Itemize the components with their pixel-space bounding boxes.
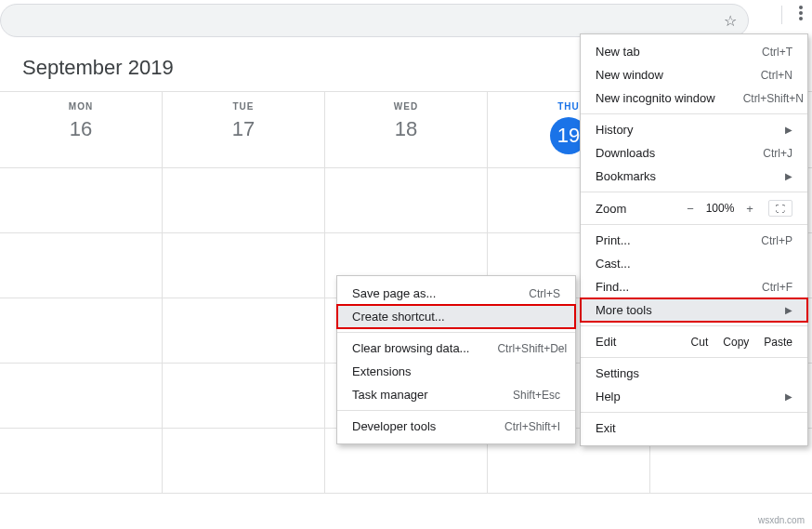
- submenu-arrow-icon: ▶: [785, 125, 792, 135]
- calendar-cell[interactable]: [325, 168, 488, 233]
- menu-separator: [581, 224, 807, 225]
- submenu-arrow-icon: ▶: [785, 305, 792, 315]
- menu-label: Developer tools: [352, 419, 477, 433]
- menu-item-task-manager[interactable]: Task managerShift+Esc: [337, 383, 575, 406]
- toolbar-divider: [781, 6, 782, 24]
- menu-shortcut: Ctrl+Shift+Del: [497, 342, 567, 355]
- submenu-arrow-icon: ▶: [785, 391, 792, 402]
- menu-label: Settings: [596, 366, 792, 380]
- svg-point-2: [799, 17, 803, 20]
- menu-shortcut: Ctrl+Shift+I: [504, 420, 560, 433]
- menu-label: Edit: [596, 335, 676, 349]
- menu-shortcut: Ctrl+F: [762, 281, 792, 294]
- day-label: MON: [0, 101, 162, 112]
- edit-paste-button[interactable]: Paste: [764, 336, 792, 349]
- menu-shortcut: Ctrl+P: [761, 234, 792, 247]
- menu-label: Task manager: [352, 388, 485, 402]
- calendar-cell[interactable]: [0, 168, 163, 233]
- menu-item-print[interactable]: Print...Ctrl+P: [581, 229, 807, 252]
- menu-item-new-tab[interactable]: New tabCtrl+T: [581, 40, 807, 63]
- calendar-cell[interactable]: [163, 429, 325, 494]
- day-column-mon[interactable]: MON 16: [0, 92, 163, 167]
- menu-item-bookmarks[interactable]: Bookmarks▶: [581, 165, 807, 188]
- chrome-main-menu: New tabCtrl+T New windowCtrl+N New incog…: [580, 33, 808, 446]
- menu-item-history[interactable]: History▶: [581, 118, 807, 141]
- menu-item-incognito[interactable]: New incognito windowCtrl+Shift+N: [581, 86, 807, 110]
- menu-label: Zoom: [596, 202, 679, 216]
- svg-point-1: [799, 11, 803, 15]
- watermark: wsxdn.com: [758, 515, 805, 525]
- zoom-in-button[interactable]: +: [739, 202, 761, 216]
- calendar-cell[interactable]: [0, 429, 163, 494]
- menu-label: Save page as...: [352, 286, 501, 300]
- menu-label: History: [596, 123, 757, 137]
- day-number: 17: [163, 117, 324, 141]
- menu-label: Help: [596, 390, 757, 403]
- menu-item-developer-tools[interactable]: Developer toolsCtrl+Shift+I: [337, 415, 575, 438]
- menu-separator: [581, 357, 807, 358]
- menu-item-exit[interactable]: Exit: [581, 417, 807, 440]
- zoom-out-button[interactable]: −: [679, 202, 701, 216]
- menu-shortcut: Ctrl+S: [529, 287, 560, 300]
- day-column-wed[interactable]: WED 18: [325, 92, 488, 167]
- chrome-menu-button[interactable]: [799, 6, 803, 24]
- menu-shortcut: Ctrl+J: [763, 147, 792, 160]
- calendar-cell[interactable]: [163, 364, 325, 429]
- menu-item-clear-data[interactable]: Clear browsing data...Ctrl+Shift+Del: [337, 337, 575, 360]
- day-number: 16: [0, 117, 162, 141]
- menu-item-zoom: Zoom − 100% + ⛶: [581, 196, 807, 220]
- menu-item-settings[interactable]: Settings: [581, 362, 807, 385]
- calendar-cell[interactable]: [163, 298, 325, 364]
- menu-item-extensions[interactable]: Extensions: [337, 360, 575, 383]
- menu-label: Clear browsing data...: [352, 341, 469, 355]
- menu-shortcut: Ctrl+N: [761, 69, 792, 82]
- menu-item-find[interactable]: Find...Ctrl+F: [581, 275, 807, 298]
- fullscreen-button[interactable]: ⛶: [768, 200, 792, 217]
- menu-item-create-shortcut[interactable]: Create shortcut...: [337, 305, 575, 328]
- edit-copy-button[interactable]: Copy: [723, 336, 749, 349]
- calendar-cell[interactable]: [0, 233, 163, 298]
- submenu-arrow-icon: ▶: [785, 171, 792, 181]
- bookmark-star-icon[interactable]: ☆: [724, 12, 737, 30]
- menu-separator: [337, 410, 575, 411]
- menu-separator: [581, 113, 807, 114]
- menu-label: New incognito window: [596, 91, 715, 105]
- menu-label: More tools: [596, 303, 757, 317]
- menu-shortcut: Ctrl+T: [762, 46, 792, 59]
- menu-label: Find...: [596, 280, 734, 294]
- menu-label: Exit: [596, 421, 792, 435]
- menu-label: Bookmarks: [596, 169, 757, 183]
- calendar-cell[interactable]: [163, 168, 325, 233]
- day-label: WED: [325, 101, 487, 112]
- menu-separator: [581, 192, 807, 192]
- menu-item-save-page[interactable]: Save page as...Ctrl+S: [337, 282, 575, 305]
- calendar-cell[interactable]: [0, 298, 163, 364]
- day-column-tue[interactable]: TUE 17: [163, 92, 325, 167]
- menu-separator: [581, 412, 807, 413]
- menu-label: Downloads: [596, 146, 735, 160]
- menu-item-more-tools[interactable]: More tools▶: [581, 298, 807, 322]
- menu-label: Print...: [596, 233, 733, 247]
- edit-cut-button[interactable]: Cut: [691, 336, 709, 349]
- more-tools-submenu: Save page as...Ctrl+S Create shortcut...…: [336, 275, 576, 444]
- menu-item-edit: Edit Cut Copy Paste: [581, 330, 807, 353]
- menu-item-help[interactable]: Help▶: [581, 385, 807, 408]
- svg-point-0: [799, 6, 803, 9]
- calendar-cell[interactable]: [163, 233, 325, 298]
- day-label: TUE: [163, 101, 324, 112]
- menu-separator: [337, 332, 575, 333]
- menu-label: New tab: [596, 45, 734, 59]
- menu-shortcut: Ctrl+Shift+N: [743, 92, 804, 105]
- menu-item-cast[interactable]: Cast...: [581, 252, 807, 275]
- address-bar[interactable]: ☆: [0, 4, 749, 37]
- menu-label: Create shortcut...: [352, 310, 560, 324]
- menu-label: New window: [596, 68, 733, 82]
- calendar-cell[interactable]: [0, 364, 163, 429]
- menu-shortcut: Shift+Esc: [513, 389, 560, 402]
- day-number: 18: [325, 117, 487, 141]
- zoom-value: 100%: [701, 202, 739, 215]
- menu-label: Cast...: [596, 257, 792, 271]
- menu-item-new-window[interactable]: New windowCtrl+N: [581, 63, 807, 86]
- menu-item-downloads[interactable]: DownloadsCtrl+J: [581, 141, 807, 165]
- menu-separator: [581, 325, 807, 326]
